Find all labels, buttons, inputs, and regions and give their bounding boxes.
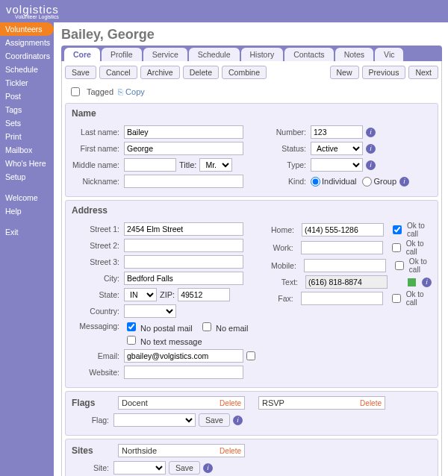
sidebar-item-tags[interactable]: Tags xyxy=(0,103,54,116)
email-input[interactable] xyxy=(124,349,243,363)
info-icon[interactable]: i xyxy=(366,144,376,154)
cancel-button[interactable]: Cancel xyxy=(99,66,137,79)
sidebar-item-assignments[interactable]: Assignments xyxy=(0,36,54,49)
copy-link[interactable]: ⎘ Copy xyxy=(118,87,145,96)
info-icon[interactable]: i xyxy=(366,160,376,170)
type-select[interactable] xyxy=(311,158,363,172)
first-name-input[interactable] xyxy=(124,142,243,155)
sidebar-item-print[interactable]: Print xyxy=(0,130,54,143)
kind-group-label: Group xyxy=(373,177,396,186)
tab-profile[interactable]: Profile xyxy=(102,48,142,61)
flag-select[interactable] xyxy=(113,413,196,427)
state-select[interactable]: IN xyxy=(124,288,157,301)
sidebar-item-whos-here[interactable]: Who's Here xyxy=(0,157,54,170)
tab-vic[interactable]: Vic xyxy=(375,48,403,61)
tab-history[interactable]: History xyxy=(241,48,284,61)
sidebar-item-mailbox[interactable]: Mailbox xyxy=(0,143,54,157)
ok-to-call-label: Ok to call xyxy=(407,222,432,238)
ok-to-call-label: Ok to call xyxy=(409,257,432,274)
tab-notes[interactable]: Notes xyxy=(335,48,373,61)
name-heading: Name xyxy=(72,108,432,119)
nickname-input[interactable] xyxy=(124,175,243,188)
sidebar-item-tickler[interactable]: Tickler xyxy=(0,76,54,90)
sidebar-item-welcome[interactable]: Welcome xyxy=(0,191,54,204)
tab-core[interactable]: Core xyxy=(64,48,100,61)
status-select[interactable]: Active xyxy=(311,142,363,155)
sidebar-item-help[interactable]: Help xyxy=(0,204,54,218)
work-ok-checkbox[interactable] xyxy=(392,243,401,252)
address-panel: Address Street 1: Street 2: Street 3: Ci… xyxy=(65,200,438,388)
street2-label: Street 2: xyxy=(72,241,124,250)
site-save-button[interactable]: Save xyxy=(169,461,200,475)
combine-button[interactable]: Combine xyxy=(222,66,267,79)
email-checkbox[interactable] xyxy=(246,351,255,360)
status-indicator-icon xyxy=(408,278,416,286)
page-title: Bailey, George xyxy=(61,27,442,43)
info-icon[interactable]: i xyxy=(203,463,213,473)
website-input[interactable] xyxy=(124,366,243,379)
archive-button[interactable]: Archive xyxy=(140,66,180,79)
flags-heading: Flags xyxy=(72,398,113,408)
flag-value: RSVPDelete xyxy=(258,396,385,410)
copy-icon: ⎘ xyxy=(118,87,123,96)
mobile-ok-checkbox[interactable] xyxy=(395,261,404,270)
text-phone-input[interactable] xyxy=(305,275,388,289)
no-postal-checkbox[interactable] xyxy=(127,322,136,331)
state-label: State: xyxy=(72,290,124,299)
info-icon[interactable]: i xyxy=(366,128,376,137)
delete-button[interactable]: Delete xyxy=(183,66,219,79)
sidebar-item-post[interactable]: Post xyxy=(0,90,54,103)
sidebar-item-setup[interactable]: Setup xyxy=(0,170,54,184)
mobile-input[interactable] xyxy=(304,259,386,272)
site-value: NorthsideDelete xyxy=(118,444,245,457)
new-button[interactable]: New xyxy=(330,66,359,79)
sidebar-item-schedule[interactable]: Schedule xyxy=(0,63,54,76)
sidebar-item-coordinators[interactable]: Coordinators xyxy=(0,49,54,63)
flag-delete-link[interactable]: Delete xyxy=(220,399,241,407)
number-input[interactable] xyxy=(311,125,363,139)
sidebar-item-sets[interactable]: Sets xyxy=(0,116,54,130)
tabs: Core Profile Service Schedule History Co… xyxy=(61,46,442,61)
no-text-checkbox[interactable] xyxy=(127,336,136,345)
work-input[interactable] xyxy=(301,241,383,254)
tagged-label: Tagged xyxy=(87,87,113,96)
sites-panel: Sites NorthsideDelete Site: Save i xyxy=(65,439,438,476)
kind-label: Kind: xyxy=(258,177,311,186)
flag-save-button[interactable]: Save xyxy=(199,413,230,427)
email-label: Email: xyxy=(72,351,124,360)
home-input[interactable] xyxy=(302,223,384,237)
next-button[interactable]: Next xyxy=(408,66,438,79)
nickname-label: Nickname: xyxy=(72,177,124,186)
middle-name-input[interactable] xyxy=(124,158,176,172)
zip-input[interactable] xyxy=(178,288,230,301)
country-select[interactable] xyxy=(124,304,176,318)
info-icon[interactable]: i xyxy=(233,416,243,425)
kind-group-radio[interactable] xyxy=(362,177,372,187)
fax-ok-checkbox[interactable] xyxy=(392,294,401,303)
previous-button[interactable]: Previous xyxy=(362,66,406,79)
no-email-checkbox[interactable] xyxy=(202,322,211,331)
street1-input[interactable] xyxy=(124,222,243,236)
tab-service[interactable]: Service xyxy=(143,48,187,61)
site-delete-link[interactable]: Delete xyxy=(220,447,241,455)
tab-contacts[interactable]: Contacts xyxy=(284,48,333,61)
flag-delete-link[interactable]: Delete xyxy=(360,399,382,407)
save-button[interactable]: Save xyxy=(65,66,96,79)
street2-input[interactable] xyxy=(124,239,243,252)
info-icon[interactable]: i xyxy=(399,177,409,187)
info-icon[interactable]: i xyxy=(422,278,432,287)
sidebar-item-exit[interactable]: Exit xyxy=(0,225,54,239)
fax-input[interactable] xyxy=(301,292,383,305)
street3-input[interactable] xyxy=(124,255,243,269)
city-input[interactable] xyxy=(124,272,243,285)
tagged-checkbox[interactable] xyxy=(71,87,80,96)
last-name-input[interactable] xyxy=(124,125,243,139)
title-select[interactable]: Mr. xyxy=(199,158,232,172)
kind-individual-radio[interactable] xyxy=(311,177,320,187)
site-select[interactable] xyxy=(113,461,166,475)
no-postal-label: No postal mail xyxy=(140,324,193,333)
home-ok-checkbox[interactable] xyxy=(393,225,402,234)
tab-schedule[interactable]: Schedule xyxy=(189,48,240,61)
flag-value: DocentDelete xyxy=(118,396,245,410)
sidebar-item-volunteers[interactable]: Volunteers xyxy=(0,22,54,36)
